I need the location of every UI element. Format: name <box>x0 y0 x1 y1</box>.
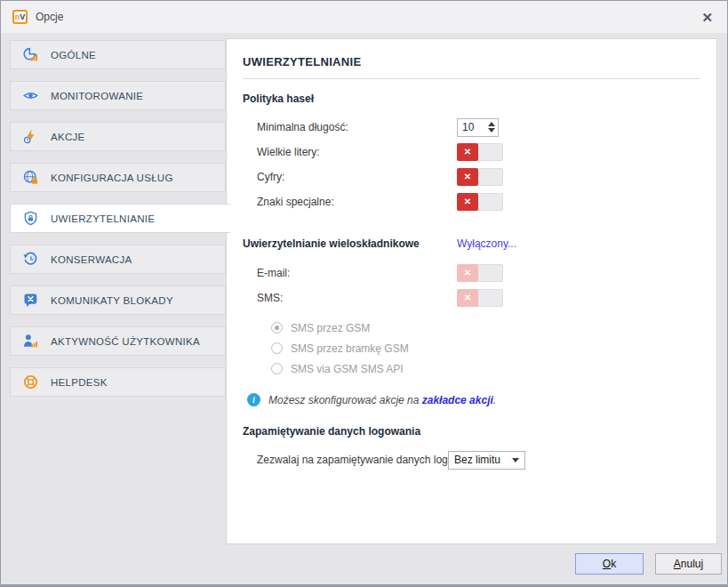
ok-label-rest: k <box>611 558 616 570</box>
sidebar-item-label: OGÓLNE <box>51 50 96 60</box>
globe-lock-icon <box>23 170 38 185</box>
titlebar: nV Opcje ✕ <box>1 1 727 33</box>
toggle-off-x-icon: ✕ <box>457 143 478 161</box>
sidebar-item-akcje[interactable]: AKCJE <box>10 122 226 151</box>
special-chars-row: Znaki specjalne: ✕ <box>243 189 700 214</box>
history-icon <box>23 252 38 267</box>
sidebar-item-label: UWIERZYTELNIANIE <box>51 213 155 224</box>
window-title: Opcje <box>36 11 63 23</box>
sidebar-item-uwierzytelnianie[interactable]: UWIERZYTELNIANIE <box>10 204 230 233</box>
sidebar-item-ogolne[interactable]: OGÓLNE <box>10 40 226 69</box>
sidebar: OGÓLNE MONITOROWANIE AKCJE <box>10 40 226 408</box>
sidebar-item-label: KONSERWACJA <box>51 254 132 265</box>
cancel-label-rest: nuluj <box>681 558 703 570</box>
user-activity-icon <box>23 334 38 349</box>
cancel-button[interactable]: Anuluj <box>655 553 722 575</box>
lightning-clock-icon <box>23 129 38 144</box>
shield-lock-icon <box>23 211 38 226</box>
uppercase-row: Wielkie litery: ✕ <box>243 140 700 165</box>
radio-sms-api: SMS via GSM SMS API <box>271 358 700 379</box>
email-row: E-mail: ✕ <box>243 261 700 285</box>
lifebuoy-icon <box>23 374 38 390</box>
sms-mode-radio-group: SMS przez GSM SMS przez bramkę GSM SMS v… <box>271 318 700 379</box>
ok-accelerator: O <box>603 558 611 570</box>
mfa-section-row: Uwierzytelnianie wieloskładnikowe Wyłącz… <box>243 234 700 253</box>
special-chars-label: Znaki specjalne: <box>257 196 457 208</box>
sms-toggle: ✕ <box>457 289 503 307</box>
sidebar-item-label: AKCJE <box>51 132 85 142</box>
uppercase-label: Wielkie litery: <box>257 146 457 158</box>
message-block-icon <box>23 293 38 308</box>
sidebar-item-aktywnosc-uzytkownika[interactable]: AKTYWNOŚĆ UŻYTKOWNIKA <box>10 326 226 356</box>
min-length-stepper[interactable]: 10 <box>457 118 499 137</box>
sidebar-item-konserwacja[interactable]: KONSERWACJA <box>10 245 226 274</box>
app-logo-icon: nV <box>12 10 28 24</box>
radio-sms-gateway: SMS przez bramkę GSM <box>271 338 700 358</box>
digits-row: Cyfry: ✕ <box>243 165 700 189</box>
sms-row: SMS: ✕ <box>243 285 700 310</box>
app-logo-letter-v: V <box>20 13 25 21</box>
sidebar-item-konfiguracja-uslug[interactable]: KONFIGURACJA USŁUG <box>10 163 226 192</box>
min-length-row: Minimalna długość: 10 <box>243 115 700 140</box>
digits-label: Cyfry: <box>257 171 457 183</box>
radio-button-icon <box>271 363 283 374</box>
content-panel: UWIERZYTELNIANIE Polityka haseł Minimaln… <box>226 38 717 544</box>
radio-label: SMS przez bramkę GSM <box>291 342 409 355</box>
remember-allow-label: Zezwalaj na zapamiętywanie danych logowa <box>257 454 448 466</box>
sidebar-item-label: HELPDESK <box>51 377 108 388</box>
min-length-value[interactable]: 10 <box>458 119 484 136</box>
sidebar-item-monitorowanie[interactable]: MONITOROWANIE <box>10 81 226 110</box>
stepper-down-icon[interactable] <box>488 128 495 133</box>
info-text: Możesz skonfigurować akcje na zakładce a… <box>268 394 496 406</box>
toggle-off-x-icon: ✕ <box>457 289 478 307</box>
sidebar-item-label: KONFIGURACJA USŁUG <box>51 173 173 183</box>
sidebar-item-label: KOMUNIKATY BLOKADY <box>51 295 173 306</box>
toggle-off-x-icon: ✕ <box>457 168 478 186</box>
section-mfa: Uwierzytelnianie wieloskładnikowe <box>243 237 457 250</box>
page-title: UWIERZYTELNIANIE <box>243 55 700 68</box>
cancel-accelerator: A <box>674 558 681 570</box>
info-text-suffix: . <box>493 394 496 406</box>
section-password-policy: Polityka haseł <box>243 92 700 105</box>
remember-duration-value: Bez limitu <box>454 454 500 466</box>
close-icon[interactable]: ✕ <box>701 11 713 24</box>
info-row: i Możesz skonfigurować akcje na zakładce… <box>247 393 700 406</box>
special-chars-toggle[interactable]: ✕ <box>457 193 503 211</box>
radio-label: SMS via GSM SMS API <box>291 363 404 375</box>
digits-toggle[interactable]: ✕ <box>457 168 503 186</box>
radio-sms-gsm: SMS przez GSM <box>271 318 700 338</box>
ok-button[interactable]: Ok <box>575 553 644 575</box>
remember-section: Zapamiętywanie danych logowania Zezwalaj… <box>243 425 700 472</box>
sidebar-item-label: AKTYWNOŚĆ UŻYTKOWNIKA <box>51 336 200 347</box>
email-toggle: ✕ <box>457 264 503 282</box>
sidebar-item-helpdesk[interactable]: HELPDESK <box>10 367 226 397</box>
title-divider <box>243 78 700 79</box>
radio-label: SMS przez GSM <box>291 322 370 334</box>
uppercase-toggle[interactable]: ✕ <box>457 143 503 161</box>
section-remember-credentials: Zapamiętywanie danych logowania <box>243 425 700 438</box>
sms-label: SMS: <box>257 292 457 304</box>
radio-button-icon <box>271 322 283 334</box>
email-label: E-mail: <box>257 267 457 279</box>
actions-tab-link[interactable]: zakładce akcji <box>422 394 493 406</box>
info-icon: i <box>247 393 260 406</box>
toggle-off-x-icon: ✕ <box>457 264 478 282</box>
mfa-status-link[interactable]: Wyłączony... <box>457 237 516 250</box>
stepper-up-icon[interactable] <box>488 122 495 126</box>
eye-icon <box>23 88 38 103</box>
remember-row: Zezwalaj na zapamiętywanie danych logowa… <box>243 447 700 472</box>
options-dialog: nV Opcje ✕ OGÓLNE <box>0 0 728 587</box>
chevron-down-icon <box>512 458 519 462</box>
sidebar-item-komunikaty-blokady[interactable]: KOMUNIKATY BLOKADY <box>10 285 226 315</box>
toggle-off-x-icon: ✕ <box>457 193 478 211</box>
min-length-label: Minimalna długość: <box>257 121 457 133</box>
sidebar-item-label: MONITOROWANIE <box>51 91 143 101</box>
pie-chart-icon <box>23 47 38 62</box>
info-text-prefix: Możesz skonfigurować akcje na <box>268 394 422 406</box>
radio-button-icon <box>271 342 283 354</box>
stepper-arrows <box>484 119 498 136</box>
remember-duration-select[interactable]: Bez limitu <box>448 451 525 470</box>
